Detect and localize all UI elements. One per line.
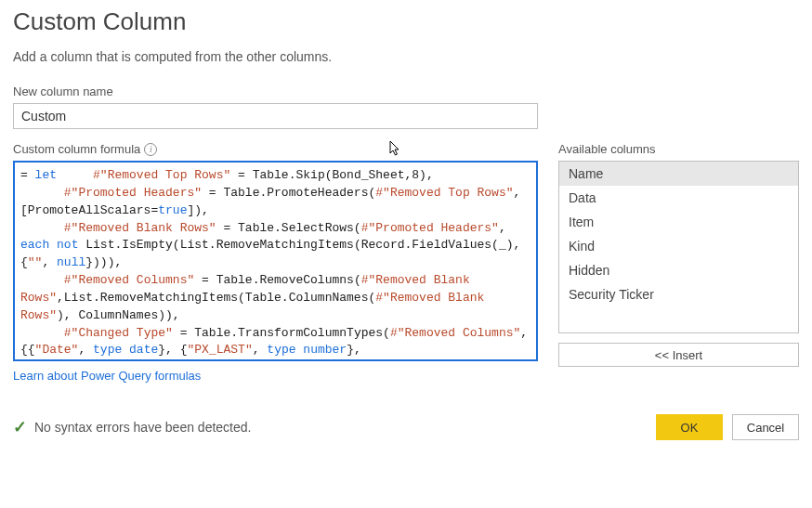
available-columns-list[interactable]: NameDataItemKindHiddenSecurity Ticker <box>558 161 799 333</box>
learn-formulas-link[interactable]: Learn about Power Query formulas <box>13 369 201 383</box>
check-icon: ✓ <box>13 417 27 437</box>
available-columns-label: Available columns <box>558 142 799 156</box>
status-message: No syntax errors have been detected. <box>34 420 251 435</box>
info-icon[interactable]: i <box>144 143 157 156</box>
available-column-item[interactable]: Kind <box>559 234 798 258</box>
available-column-item[interactable]: Hidden <box>559 258 798 282</box>
new-column-name-label: New column name <box>13 85 799 98</box>
insert-button[interactable]: << Insert <box>558 343 799 367</box>
ok-button[interactable]: OK <box>656 414 723 440</box>
dialog-subtitle: Add a column that is computed from the o… <box>13 49 799 64</box>
formula-label: Custom column formula i <box>13 142 538 156</box>
available-column-item[interactable]: Item <box>559 210 798 234</box>
available-column-item[interactable]: Name <box>559 162 798 186</box>
available-column-item[interactable]: Data <box>559 186 798 210</box>
formula-editor[interactable]: = let #"Removed Top Rows" = Table.Skip(B… <box>13 161 538 361</box>
cursor-icon <box>389 140 402 163</box>
available-column-item[interactable]: Security Ticker <box>559 282 798 306</box>
dialog-title: Custom Column <box>13 7 799 36</box>
new-column-name-input[interactable] <box>13 103 538 129</box>
cancel-button[interactable]: Cancel <box>732 414 799 440</box>
formula-label-text: Custom column formula <box>13 142 140 156</box>
